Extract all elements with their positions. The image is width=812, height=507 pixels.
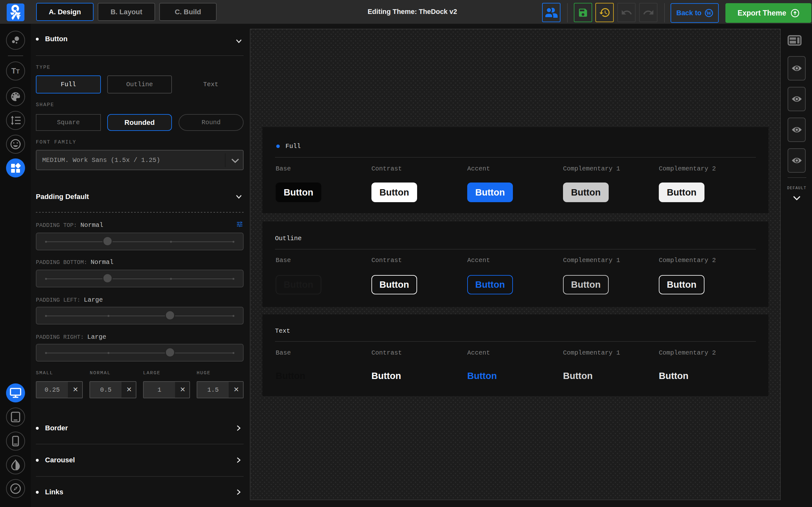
svg-text:W: W xyxy=(706,10,711,16)
